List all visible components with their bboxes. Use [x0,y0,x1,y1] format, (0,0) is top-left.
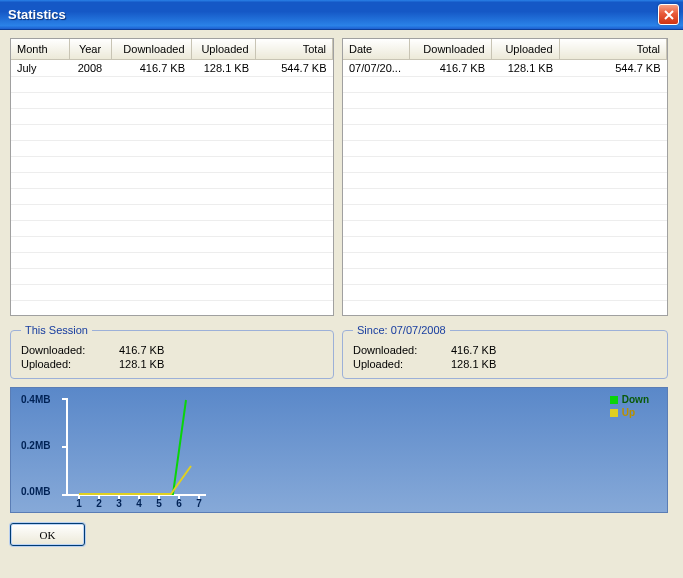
session-legend: This Session [21,324,92,336]
close-button[interactable] [658,4,679,25]
col-date[interactable]: Date [343,39,409,59]
since-group: Since: 07/07/2008 Downloaded: 416.7 KB U… [342,324,668,379]
since-uploaded-value: 128.1 KB [451,358,496,370]
chart-lines [11,388,669,514]
col-total[interactable]: Total [255,39,333,59]
session-downloaded-value: 416.7 KB [119,344,164,356]
since-downloaded-label: Downloaded: [353,344,451,356]
session-uploaded-label: Uploaded: [21,358,119,370]
daily-table[interactable]: Date Downloaded Uploaded Total 07/07/20.… [342,38,668,316]
window-title: Statistics [8,7,66,22]
since-downloaded-value: 416.7 KB [451,344,496,356]
table-row[interactable]: 07/07/20... 416.7 KB 128.1 KB 544.7 KB [343,59,667,76]
col-year[interactable]: Year [69,39,111,59]
col-uploaded-2[interactable]: Uploaded [491,39,559,59]
session-uploaded-value: 128.1 KB [119,358,164,370]
chart-legend: Down Up [610,394,649,420]
monthly-table[interactable]: Month Year Downloaded Uploaded Total Jul… [10,38,334,316]
content-area: Month Year Downloaded Uploaded Total Jul… [0,30,683,556]
close-icon [664,10,674,20]
col-downloaded[interactable]: Downloaded [111,39,191,59]
col-downloaded-2[interactable]: Downloaded [409,39,491,59]
col-uploaded[interactable]: Uploaded [191,39,255,59]
session-downloaded-label: Downloaded: [21,344,119,356]
table-row[interactable]: July 2008 416.7 KB 128.1 KB 544.7 KB [11,59,333,76]
ok-button[interactable]: OK [10,523,85,546]
since-legend: Since: 07/07/2008 [353,324,450,336]
since-uploaded-label: Uploaded: [353,358,451,370]
session-group: This Session Downloaded: 416.7 KB Upload… [10,324,334,379]
titlebar: Statistics [0,0,683,30]
col-total-2[interactable]: Total [559,39,667,59]
traffic-chart: 0.4MB 0.2MB 0.0MB 1 2 3 4 5 6 7 Down U [10,387,668,513]
col-month[interactable]: Month [11,39,69,59]
